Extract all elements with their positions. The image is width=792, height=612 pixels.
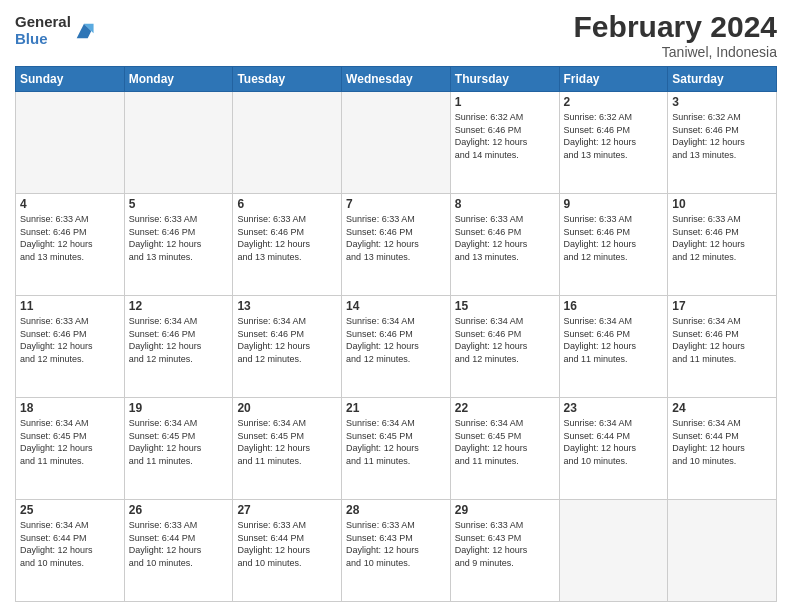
calendar-table: SundayMondayTuesdayWednesdayThursdayFrid…	[15, 66, 777, 602]
day-number: 21	[346, 401, 446, 415]
day-number: 9	[564, 197, 664, 211]
day-number: 29	[455, 503, 555, 517]
calendar-day-header: Saturday	[668, 67, 777, 92]
day-number: 27	[237, 503, 337, 517]
calendar-cell: 14Sunrise: 6:34 AM Sunset: 6:46 PM Dayli…	[342, 296, 451, 398]
day-info: Sunrise: 6:34 AM Sunset: 6:45 PM Dayligh…	[129, 417, 229, 467]
day-info: Sunrise: 6:34 AM Sunset: 6:46 PM Dayligh…	[455, 315, 555, 365]
day-number: 6	[237, 197, 337, 211]
day-info: Sunrise: 6:33 AM Sunset: 6:46 PM Dayligh…	[346, 213, 446, 263]
day-number: 28	[346, 503, 446, 517]
day-number: 25	[20, 503, 120, 517]
day-info: Sunrise: 6:33 AM Sunset: 6:46 PM Dayligh…	[20, 213, 120, 263]
calendar-cell: 11Sunrise: 6:33 AM Sunset: 6:46 PM Dayli…	[16, 296, 125, 398]
day-number: 24	[672, 401, 772, 415]
calendar-cell	[342, 92, 451, 194]
main-title: February 2024	[574, 10, 777, 44]
day-number: 8	[455, 197, 555, 211]
day-number: 7	[346, 197, 446, 211]
calendar-day-header: Sunday	[16, 67, 125, 92]
day-number: 26	[129, 503, 229, 517]
day-info: Sunrise: 6:33 AM Sunset: 6:44 PM Dayligh…	[129, 519, 229, 569]
calendar-week-row: 1Sunrise: 6:32 AM Sunset: 6:46 PM Daylig…	[16, 92, 777, 194]
calendar-cell	[124, 92, 233, 194]
day-number: 11	[20, 299, 120, 313]
day-info: Sunrise: 6:34 AM Sunset: 6:46 PM Dayligh…	[672, 315, 772, 365]
calendar-cell: 26Sunrise: 6:33 AM Sunset: 6:44 PM Dayli…	[124, 500, 233, 602]
day-info: Sunrise: 6:33 AM Sunset: 6:46 PM Dayligh…	[20, 315, 120, 365]
calendar-cell: 13Sunrise: 6:34 AM Sunset: 6:46 PM Dayli…	[233, 296, 342, 398]
day-number: 22	[455, 401, 555, 415]
calendar-cell: 24Sunrise: 6:34 AM Sunset: 6:44 PM Dayli…	[668, 398, 777, 500]
logo-line1: General	[15, 14, 71, 31]
calendar-cell: 28Sunrise: 6:33 AM Sunset: 6:43 PM Dayli…	[342, 500, 451, 602]
calendar-week-row: 25Sunrise: 6:34 AM Sunset: 6:44 PM Dayli…	[16, 500, 777, 602]
day-number: 3	[672, 95, 772, 109]
day-info: Sunrise: 6:33 AM Sunset: 6:46 PM Dayligh…	[129, 213, 229, 263]
day-number: 15	[455, 299, 555, 313]
calendar-cell: 19Sunrise: 6:34 AM Sunset: 6:45 PM Dayli…	[124, 398, 233, 500]
day-number: 18	[20, 401, 120, 415]
day-number: 23	[564, 401, 664, 415]
calendar-cell: 17Sunrise: 6:34 AM Sunset: 6:46 PM Dayli…	[668, 296, 777, 398]
day-info: Sunrise: 6:34 AM Sunset: 6:44 PM Dayligh…	[20, 519, 120, 569]
day-info: Sunrise: 6:34 AM Sunset: 6:44 PM Dayligh…	[672, 417, 772, 467]
day-number: 14	[346, 299, 446, 313]
day-info: Sunrise: 6:33 AM Sunset: 6:43 PM Dayligh…	[455, 519, 555, 569]
day-number: 10	[672, 197, 772, 211]
calendar-day-header: Wednesday	[342, 67, 451, 92]
calendar-cell	[559, 500, 668, 602]
day-info: Sunrise: 6:33 AM Sunset: 6:46 PM Dayligh…	[672, 213, 772, 263]
calendar-cell: 27Sunrise: 6:33 AM Sunset: 6:44 PM Dayli…	[233, 500, 342, 602]
subtitle: Taniwel, Indonesia	[574, 44, 777, 60]
calendar-week-row: 18Sunrise: 6:34 AM Sunset: 6:45 PM Dayli…	[16, 398, 777, 500]
calendar-cell: 22Sunrise: 6:34 AM Sunset: 6:45 PM Dayli…	[450, 398, 559, 500]
calendar-cell: 4Sunrise: 6:33 AM Sunset: 6:46 PM Daylig…	[16, 194, 125, 296]
calendar-header-row: SundayMondayTuesdayWednesdayThursdayFrid…	[16, 67, 777, 92]
logo: General Blue	[15, 14, 95, 47]
calendar-day-header: Monday	[124, 67, 233, 92]
calendar-cell: 23Sunrise: 6:34 AM Sunset: 6:44 PM Dayli…	[559, 398, 668, 500]
day-info: Sunrise: 6:34 AM Sunset: 6:46 PM Dayligh…	[237, 315, 337, 365]
day-info: Sunrise: 6:33 AM Sunset: 6:46 PM Dayligh…	[237, 213, 337, 263]
day-number: 16	[564, 299, 664, 313]
calendar-day-header: Tuesday	[233, 67, 342, 92]
day-info: Sunrise: 6:33 AM Sunset: 6:43 PM Dayligh…	[346, 519, 446, 569]
calendar-cell	[668, 500, 777, 602]
calendar-cell: 15Sunrise: 6:34 AM Sunset: 6:46 PM Dayli…	[450, 296, 559, 398]
calendar-cell: 2Sunrise: 6:32 AM Sunset: 6:46 PM Daylig…	[559, 92, 668, 194]
calendar-cell: 12Sunrise: 6:34 AM Sunset: 6:46 PM Dayli…	[124, 296, 233, 398]
logo-icon	[73, 20, 95, 42]
day-number: 19	[129, 401, 229, 415]
day-info: Sunrise: 6:33 AM Sunset: 6:46 PM Dayligh…	[564, 213, 664, 263]
day-number: 13	[237, 299, 337, 313]
day-info: Sunrise: 6:32 AM Sunset: 6:46 PM Dayligh…	[564, 111, 664, 161]
calendar-cell	[16, 92, 125, 194]
calendar-week-row: 4Sunrise: 6:33 AM Sunset: 6:46 PM Daylig…	[16, 194, 777, 296]
day-info: Sunrise: 6:34 AM Sunset: 6:44 PM Dayligh…	[564, 417, 664, 467]
calendar-cell: 16Sunrise: 6:34 AM Sunset: 6:46 PM Dayli…	[559, 296, 668, 398]
calendar-cell: 10Sunrise: 6:33 AM Sunset: 6:46 PM Dayli…	[668, 194, 777, 296]
calendar-cell: 29Sunrise: 6:33 AM Sunset: 6:43 PM Dayli…	[450, 500, 559, 602]
logo-text: General Blue	[15, 14, 71, 47]
day-number: 20	[237, 401, 337, 415]
day-info: Sunrise: 6:32 AM Sunset: 6:46 PM Dayligh…	[672, 111, 772, 161]
day-info: Sunrise: 6:33 AM Sunset: 6:46 PM Dayligh…	[455, 213, 555, 263]
calendar-cell: 6Sunrise: 6:33 AM Sunset: 6:46 PM Daylig…	[233, 194, 342, 296]
calendar-cell: 20Sunrise: 6:34 AM Sunset: 6:45 PM Dayli…	[233, 398, 342, 500]
calendar-cell: 3Sunrise: 6:32 AM Sunset: 6:46 PM Daylig…	[668, 92, 777, 194]
day-info: Sunrise: 6:34 AM Sunset: 6:45 PM Dayligh…	[346, 417, 446, 467]
calendar-cell: 18Sunrise: 6:34 AM Sunset: 6:45 PM Dayli…	[16, 398, 125, 500]
day-number: 1	[455, 95, 555, 109]
day-info: Sunrise: 6:34 AM Sunset: 6:45 PM Dayligh…	[237, 417, 337, 467]
calendar-cell: 25Sunrise: 6:34 AM Sunset: 6:44 PM Dayli…	[16, 500, 125, 602]
day-number: 12	[129, 299, 229, 313]
day-info: Sunrise: 6:32 AM Sunset: 6:46 PM Dayligh…	[455, 111, 555, 161]
day-info: Sunrise: 6:34 AM Sunset: 6:46 PM Dayligh…	[346, 315, 446, 365]
day-number: 2	[564, 95, 664, 109]
header: General Blue February 2024 Taniwel, Indo…	[15, 10, 777, 60]
day-number: 17	[672, 299, 772, 313]
day-info: Sunrise: 6:33 AM Sunset: 6:44 PM Dayligh…	[237, 519, 337, 569]
calendar-cell: 21Sunrise: 6:34 AM Sunset: 6:45 PM Dayli…	[342, 398, 451, 500]
page: General Blue February 2024 Taniwel, Indo…	[0, 0, 792, 612]
